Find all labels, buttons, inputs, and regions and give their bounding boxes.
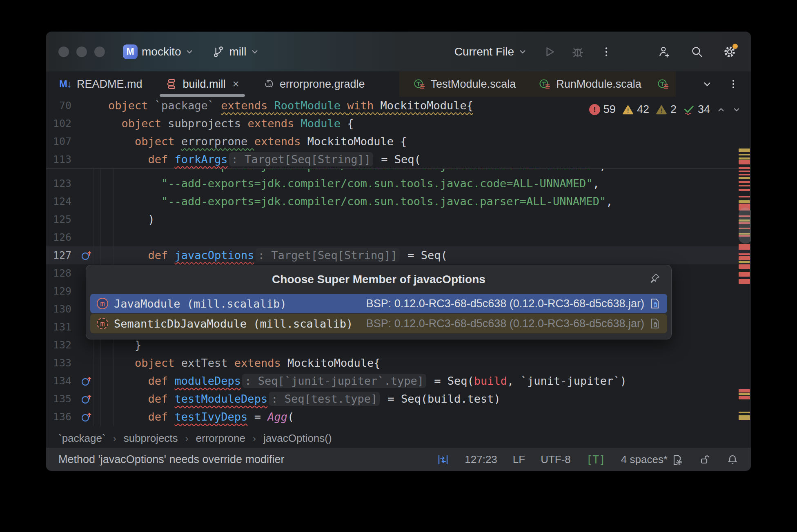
tab-errorprone-gradle[interactable]: errorprone.gradle bbox=[251, 71, 376, 97]
code-text: def moduleDeps: Seq[`junit-jupiter`.type… bbox=[108, 375, 627, 387]
code-line[interactable]: 102object subprojects extends Module { bbox=[46, 115, 751, 133]
warning-icon: ! bbox=[622, 104, 634, 115]
code-line[interactable]: 113def forkArgs: Target[Seq[String]] = S… bbox=[46, 151, 751, 168]
more-actions-button[interactable] bbox=[600, 45, 613, 58]
indent-style[interactable]: 4 spaces* bbox=[621, 453, 683, 466]
caret-position[interactable]: 127:23 bbox=[465, 453, 497, 466]
super-member-option-javamodule[interactable]: m JavaModule (mill.scalalib) BSP: 0.12.0… bbox=[90, 294, 667, 313]
stripe-mark bbox=[739, 171, 750, 172]
code-text: object extTest extends MockitoModule{ bbox=[108, 357, 380, 369]
tab-options-kebab-icon[interactable] bbox=[728, 79, 739, 89]
breadcrumb-javacoptions[interactable]: javacOptions() bbox=[263, 432, 332, 445]
code-line[interactable]: "--add-exports=jdk.compiler/com.sun.tool… bbox=[46, 169, 751, 175]
window-controls bbox=[58, 47, 105, 57]
stripe-mark bbox=[739, 256, 750, 260]
tab-testmodule-scala[interactable]: TestModule.scala bbox=[402, 71, 528, 97]
code-line[interactable]: 107object errorprone extends MockitoModu… bbox=[46, 133, 751, 151]
line-number: 128 bbox=[46, 264, 71, 282]
indent-guides-icon[interactable] bbox=[437, 454, 449, 466]
warnings-count[interactable]: ! 42 bbox=[622, 103, 649, 116]
override-gutter-icon[interactable] bbox=[80, 393, 93, 405]
settings-button[interactable] bbox=[723, 45, 736, 58]
stripe-mark bbox=[739, 167, 750, 169]
super-member-option-semanticdbjavamodule[interactable]: m SemanticDbJavaModule (mill.scalalib) B… bbox=[90, 314, 667, 333]
line-separator[interactable]: LF bbox=[513, 453, 525, 466]
search-icon[interactable] bbox=[690, 45, 703, 58]
passed-checks-count[interactable]: 34 bbox=[683, 103, 710, 116]
vcs-branch-widget[interactable]: mill bbox=[212, 45, 259, 58]
tab-build-mill[interactable]: build.mill × bbox=[154, 71, 251, 97]
scrollbar-thumb[interactable] bbox=[739, 208, 751, 244]
run-configuration-selector[interactable]: Current File bbox=[454, 45, 527, 58]
editor-tab-group-2: TestModule.scala RunModule.scala bbox=[399, 71, 676, 97]
code-line[interactable]: 133object extTest extends MockitoModule{ bbox=[46, 354, 751, 372]
previous-issue-chevron-up-icon[interactable] bbox=[717, 105, 726, 114]
code-line[interactable]: 135def testModuleDeps: Seq[test.type] = … bbox=[46, 390, 751, 408]
code-line[interactable]: 123"--add-exports=jdk.compiler/com.sun.t… bbox=[46, 175, 751, 193]
next-issue-chevron-down-icon[interactable] bbox=[732, 105, 741, 114]
breadcrumb-errorprone[interactable]: errorprone bbox=[196, 432, 245, 445]
line-number: 70 bbox=[46, 97, 71, 115]
stripe-mark bbox=[739, 272, 750, 277]
breadcrumb-package[interactable]: `package` bbox=[58, 432, 106, 445]
breadcrumb-separator: › bbox=[185, 433, 189, 444]
code-text: def testModuleDeps: Seq[test.type] = Seq… bbox=[108, 392, 501, 405]
notifications-bell-icon[interactable] bbox=[726, 454, 739, 466]
scala-type-icon bbox=[413, 78, 425, 90]
tab-readme[interactable]: M↓ README.md bbox=[46, 71, 154, 97]
tab-list-chevron-down-icon[interactable] bbox=[703, 80, 712, 89]
code-line[interactable]: 127def javacOptions: Target[Seq[String]]… bbox=[46, 246, 751, 264]
line-number: 113 bbox=[46, 151, 71, 168]
stripe-mark bbox=[739, 412, 750, 413]
override-gutter-icon[interactable] bbox=[80, 249, 93, 262]
zoom-window-button[interactable] bbox=[94, 47, 105, 57]
tab-label: errorprone.gradle bbox=[280, 78, 365, 91]
minimize-window-button[interactable] bbox=[76, 47, 87, 57]
close-window-button[interactable] bbox=[58, 47, 69, 57]
status-bar: Method 'javacOptions' needs override mod… bbox=[46, 447, 751, 471]
choose-super-member-popup: Choose Super Member of javacOptions m Ja… bbox=[86, 265, 672, 339]
weak-warnings-count[interactable]: ! 2 bbox=[656, 103, 677, 116]
code-with-me-icon[interactable] bbox=[658, 45, 671, 58]
breadcrumb-subprojects[interactable]: subprojects bbox=[124, 432, 178, 445]
code-line[interactable]: 136def testIvyDeps = Agg( bbox=[46, 408, 751, 426]
override-gutter-icon[interactable] bbox=[80, 375, 93, 387]
stripe-mark bbox=[739, 154, 750, 155]
code-line[interactable]: 134def moduleDeps: Seq[`junit-jupiter`.t… bbox=[46, 372, 751, 390]
tab-clipped[interactable] bbox=[653, 71, 673, 97]
tab-label: README.md bbox=[77, 78, 142, 91]
member-name: SemanticDbJavaModule (mill.scalalib) bbox=[114, 317, 353, 330]
code-text: def javacOptions: Target[Seq[String]] = … bbox=[108, 249, 447, 262]
chevron-down-icon bbox=[250, 47, 259, 56]
line-number: 135 bbox=[46, 390, 71, 408]
debug-button[interactable] bbox=[571, 45, 584, 58]
svg-text:!: ! bbox=[661, 107, 663, 114]
code-text: object subprojects extends Module { bbox=[108, 117, 354, 130]
tab-runmodule-scala[interactable]: RunModule.scala bbox=[527, 71, 653, 97]
code-line[interactable]: 125) bbox=[46, 211, 751, 228]
code-line[interactable]: 124"--add-exports=jdk.compiler/com.sun.t… bbox=[46, 193, 751, 211]
run-button[interactable] bbox=[543, 45, 556, 58]
mill-file-icon bbox=[165, 78, 178, 90]
type-aware-highlighting-indicator[interactable]: [T] bbox=[586, 454, 606, 466]
breadcrumb-separator: › bbox=[253, 433, 256, 444]
override-gutter-icon[interactable] bbox=[80, 411, 93, 423]
code-editor[interactable]: 70object `package` extends RootModule wi… bbox=[46, 97, 751, 430]
close-tab-icon[interactable]: × bbox=[233, 78, 239, 90]
unlocked-icon[interactable] bbox=[699, 454, 711, 466]
pin-icon[interactable] bbox=[649, 273, 661, 284]
code-line[interactable]: 126 bbox=[46, 228, 751, 246]
code-text: object `package` extends RootModule with… bbox=[108, 99, 473, 112]
tab-label: TestModule.scala bbox=[431, 78, 516, 91]
inspections-widget: ! 59 ! 42 ! 2 bbox=[587, 102, 744, 117]
stripe-mark bbox=[739, 157, 750, 160]
git-branch-icon bbox=[212, 45, 225, 58]
error-stripe bbox=[739, 97, 750, 430]
file-encoding[interactable]: UTF-8 bbox=[541, 453, 571, 466]
line-number: 136 bbox=[46, 408, 71, 426]
project-widget[interactable]: M mockito bbox=[123, 44, 194, 59]
errors-count[interactable]: ! 59 bbox=[589, 103, 616, 116]
editor-tab-bar: M↓ README.md build.mill × err bbox=[46, 71, 751, 97]
svg-text:!: ! bbox=[627, 107, 629, 114]
tab-label: build.mill bbox=[183, 78, 226, 91]
